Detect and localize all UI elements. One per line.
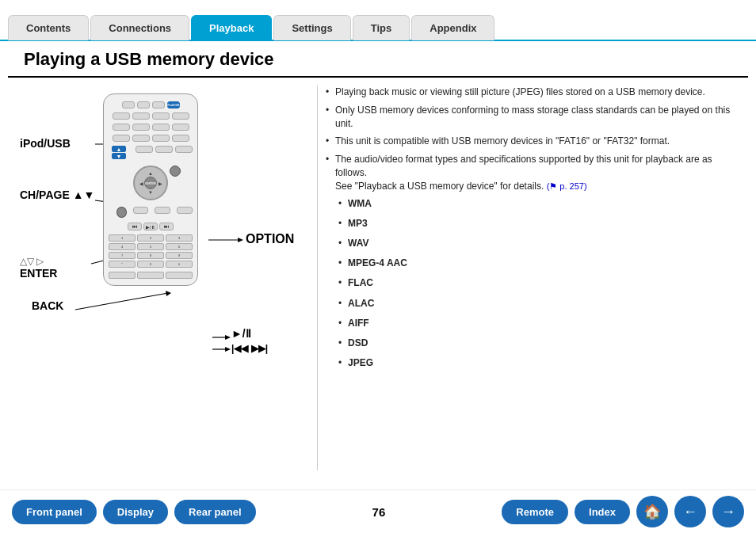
format-mpeg4aac: MPEG-4 AAC bbox=[335, 256, 740, 271]
tab-playback[interactable]: Playback bbox=[191, 15, 272, 40]
numpad-9: 9 bbox=[166, 252, 193, 259]
remote-bottom-btn1 bbox=[109, 272, 136, 279]
numpad-hash: # bbox=[166, 261, 193, 268]
remote-option-button bbox=[170, 166, 181, 177]
dpad-center-enter: ENTER bbox=[144, 177, 157, 189]
remote-rewind: ⏮ bbox=[128, 223, 142, 230]
format-jpeg: JPEG bbox=[335, 356, 740, 371]
remote-ch-down: ▼ bbox=[112, 153, 126, 159]
bullet-4: The audio/video format types and specifi… bbox=[326, 153, 740, 371]
format-dsd: DSD bbox=[335, 336, 740, 351]
remote-btn-r22 bbox=[132, 112, 150, 120]
remote-fastforward: ⏭ bbox=[159, 223, 174, 230]
label-option: OPTION bbox=[246, 232, 294, 246]
format-flac: FLAC bbox=[335, 276, 740, 291]
remote-btn-r23 bbox=[152, 112, 170, 120]
remote-btn-r32 bbox=[132, 124, 150, 131]
remote-btn-r21 bbox=[113, 112, 130, 120]
dpad-left: ◀ bbox=[137, 179, 145, 187]
remote-numpad: 1 2 3 4 5 6 7 8 9 * 0 # bbox=[109, 234, 193, 268]
remote-dpad: ▲ ▼ ◀ ▶ ENTER bbox=[133, 166, 168, 200]
remote-bottom-buttons bbox=[109, 272, 193, 279]
svg-marker-13 bbox=[225, 347, 231, 352]
label-back: BACK bbox=[32, 299, 63, 312]
numpad-4: 4 bbox=[109, 243, 136, 250]
remote-button[interactable]: Remote bbox=[502, 500, 568, 524]
bottom-bar: Front panel Display Rear panel 76 Remote… bbox=[0, 489, 756, 533]
index-button[interactable]: Index bbox=[575, 500, 630, 524]
info-bullets: Playing back music or viewing still pict… bbox=[326, 86, 740, 371]
numpad-star: * bbox=[109, 261, 136, 268]
remote-btn-b4 bbox=[177, 207, 193, 214]
remote-btn-side3 bbox=[175, 146, 193, 153]
remote-control: iPod/USB bbox=[103, 93, 198, 286]
forward-button[interactable]: → bbox=[712, 496, 744, 527]
remote-btn-b3 bbox=[155, 207, 170, 214]
label-play-pause: ►/Ⅱ bbox=[231, 327, 251, 340]
page-number: 76 bbox=[262, 505, 496, 519]
bullet-1: Playing back music or viewing still pict… bbox=[326, 86, 740, 99]
remote-btn-r33 bbox=[152, 124, 170, 131]
home-button[interactable]: 🏠 bbox=[636, 496, 668, 527]
numpad-2: 2 bbox=[137, 234, 164, 242]
remote-btn-r31 bbox=[113, 124, 130, 131]
remote-btn-r34 bbox=[172, 124, 189, 131]
numpad-3: 3 bbox=[166, 234, 193, 242]
tab-tips[interactable]: Tips bbox=[353, 15, 410, 40]
remote-body: iPod/USB bbox=[103, 93, 198, 286]
numpad-6: 6 bbox=[166, 243, 193, 250]
back-button[interactable]: ← bbox=[674, 496, 706, 527]
svg-marker-9 bbox=[238, 238, 243, 242]
numpad-1: 1 bbox=[109, 234, 136, 242]
remote-back-button bbox=[116, 207, 127, 218]
label-ipod-usb: iPod/USB bbox=[20, 137, 71, 150]
page-title: Playing a USB memory device bbox=[8, 41, 748, 78]
ref-link[interactable]: (⚑ p. 257) bbox=[547, 181, 587, 191]
tab-appendix[interactable]: Appendix bbox=[411, 15, 494, 40]
see-text: See "Playback a USB memory device" for d… bbox=[335, 181, 544, 192]
remote-play-pause: ▶/⏸ bbox=[143, 223, 158, 230]
label-enter-symbols: △▽ ▷ ENTER bbox=[20, 256, 57, 280]
remote-btn-ipodusb: iPod/USB bbox=[167, 101, 180, 109]
svg-line-6 bbox=[75, 293, 168, 310]
format-wma: WMA bbox=[335, 196, 740, 211]
display-button[interactable]: Display bbox=[103, 500, 168, 524]
numpad-0: 0 bbox=[137, 261, 164, 268]
remote-btn-top1 bbox=[122, 101, 135, 109]
remote-btn-top2 bbox=[137, 101, 150, 109]
remote-btn-r24 bbox=[172, 112, 189, 120]
label-ch-page: CH/PAGE ▲▼ bbox=[20, 188, 94, 201]
label-skip: |◀◀ ▶▶| bbox=[231, 343, 268, 354]
remote-ch-up: ▲ bbox=[112, 146, 126, 152]
svg-marker-7 bbox=[166, 291, 171, 296]
format-aiff: AIFF bbox=[335, 316, 740, 331]
remote-bottom-btn2 bbox=[137, 272, 164, 279]
remote-ch-page-group: ▲ ▼ bbox=[112, 146, 126, 159]
numpad-5: 5 bbox=[137, 243, 164, 250]
dpad-up: ▲ bbox=[147, 169, 155, 177]
remote-transport: ⏮ ▶/⏸ ⏭ bbox=[128, 223, 174, 230]
remote-bottom-btn3 bbox=[166, 272, 193, 279]
dpad-right: ▶ bbox=[156, 179, 164, 187]
numpad-7: 7 bbox=[109, 252, 136, 259]
tab-settings[interactable]: Settings bbox=[273, 15, 350, 40]
remote-btn-r42 bbox=[132, 135, 150, 142]
format-mp3: MP3 bbox=[335, 216, 740, 231]
remote-btn-side2 bbox=[155, 146, 173, 153]
dpad-down: ▼ bbox=[147, 188, 155, 196]
remote-btn-b2 bbox=[133, 207, 149, 214]
tab-contents[interactable]: Contents bbox=[8, 15, 89, 40]
right-panel: Playing back music or viewing still pict… bbox=[317, 86, 740, 470]
front-panel-button[interactable]: Front panel bbox=[12, 500, 97, 524]
numpad-8: 8 bbox=[137, 252, 164, 259]
format-wav: WAV bbox=[335, 236, 740, 251]
remote-btn-side1 bbox=[136, 146, 153, 153]
tab-connections[interactable]: Connections bbox=[90, 15, 189, 40]
nav-tabs: Contents Connections Playback Settings T… bbox=[0, 0, 756, 41]
rear-panel-button[interactable]: Rear panel bbox=[174, 500, 255, 524]
main-content: iPod/USB CH/PAGE ▲▼ △▽ ▷ ENTER BACK OPTI… bbox=[0, 78, 756, 478]
left-panel: iPod/USB CH/PAGE ▲▼ △▽ ▷ ENTER BACK OPTI… bbox=[16, 86, 301, 470]
format-list: WMA MP3 WAV MPEG-4 AAC FLAC ALAC AIFF DS… bbox=[335, 196, 740, 371]
svg-marker-11 bbox=[225, 335, 231, 340]
label-enter: ENTER bbox=[20, 267, 57, 280]
